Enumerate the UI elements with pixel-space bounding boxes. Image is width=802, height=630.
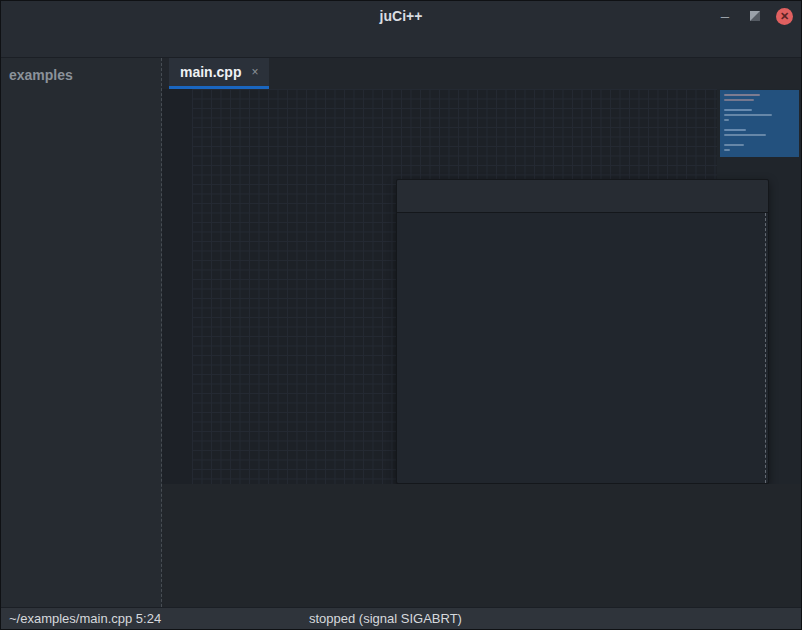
backtrace-popup bbox=[396, 179, 769, 484]
file-tree-sidebar: examples bbox=[1, 58, 162, 607]
tab-close-icon[interactable]: × bbox=[251, 65, 258, 79]
titlebar: juCi++ – ✕ bbox=[1, 1, 801, 31]
backtrace-popup-search-box[interactable] bbox=[397, 180, 768, 213]
tab-label: main.cpp bbox=[180, 64, 241, 80]
tab-main-cpp[interactable]: main.cpp × bbox=[169, 58, 269, 89]
minimap-code-line bbox=[724, 114, 772, 116]
main-area: examples main.cpp × bbox=[1, 58, 801, 607]
minimap-viewport[interactable] bbox=[720, 90, 799, 157]
minimap-code-line bbox=[724, 109, 752, 111]
project-folder-label: examples bbox=[1, 62, 161, 91]
statusbar: ~/examples/main.cpp 5:24 stopped (signal… bbox=[1, 607, 801, 629]
debug-status-text: stopped (signal SIGABRT) bbox=[309, 611, 462, 626]
code-editor[interactable] bbox=[162, 89, 801, 484]
app-window: juCi++ – ✕ examples main.cpp × bbox=[0, 0, 802, 630]
editor-pane: main.cpp × bbox=[162, 58, 801, 607]
backtrace-list bbox=[397, 213, 768, 483]
minimap-code-line bbox=[724, 119, 729, 121]
minimap-code-line bbox=[724, 144, 744, 146]
tabbar: main.cpp × bbox=[162, 58, 801, 89]
minimap-code-line bbox=[724, 94, 760, 96]
terminal-output[interactable] bbox=[162, 484, 801, 607]
cursor-location-text: ~/examples/main.cpp 5:24 bbox=[9, 611, 161, 626]
window-title: juCi++ bbox=[380, 8, 423, 24]
minimap-code-line bbox=[724, 129, 746, 131]
minimap-code-line bbox=[724, 149, 730, 151]
minimize-button[interactable]: – bbox=[716, 11, 734, 21]
window-buttons: – ✕ bbox=[716, 1, 793, 31]
maximize-button[interactable] bbox=[750, 11, 760, 21]
menubar bbox=[1, 31, 801, 58]
minimap-code-line bbox=[724, 134, 766, 136]
close-button[interactable]: ✕ bbox=[776, 8, 793, 25]
minimap-code-line bbox=[724, 99, 754, 101]
